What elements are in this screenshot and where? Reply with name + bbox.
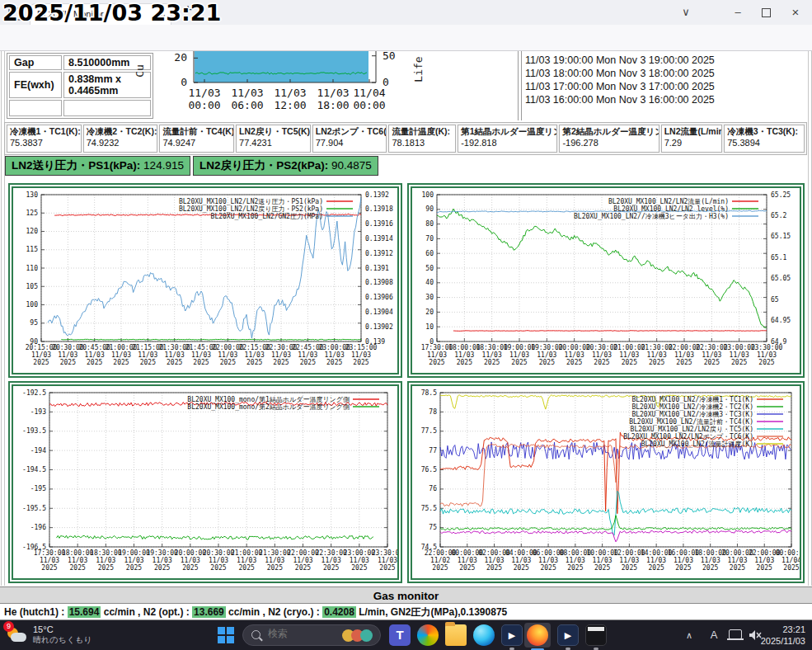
timestamp-entry: 11/03 19:00:00 Mon Nov 3 19:00:00 2025 [525,54,715,67]
start-button[interactable] [218,627,234,643]
svg-text:2025: 2025 [193,359,209,366]
ring-current-chart: 20050011/0300:0011/0306:0011/0312:0011/0… [132,51,470,120]
firefox-active-slot[interactable] [524,623,551,648]
svg-text:2025: 2025 [379,564,395,572]
taskbar-app-3-icon[interactable] [585,624,607,646]
svg-text:11/03: 11/03 [111,351,131,359]
svg-text:2025: 2025 [459,564,475,572]
svg-text:11/03: 11/03 [265,557,284,564]
svg-text:2025: 2025 [702,564,718,572]
svg-text:BL20XU_MX100_mono/第2結晶ホルダー温度リン: BL20XU_MX100_mono/第2結晶ホルダー温度リング側 [187,403,350,411]
svg-text:2025: 2025 [326,359,342,366]
svg-text:2025: 2025 [60,359,76,366]
svg-text:BL20XU_MX100_LN2/冷凍機3・TC3(K): BL20XU_MX100_LN2/冷凍機3・TC3(K) [631,411,753,418]
window-restore-button[interactable] [752,0,780,25]
svg-text:20: 20 [425,309,434,316]
gap-label: Gap [9,55,62,70]
search-highlight-icons[interactable] [342,629,375,643]
svg-text:11/03: 11/03 [325,351,345,359]
svg-text:125: 125 [26,210,39,217]
weather-widget[interactable]: 9 15°C 晴れのちくもり [5,623,92,646]
tray-chevron-icon[interactable]: ∧ [681,620,697,650]
svg-text:80: 80 [425,220,434,228]
svg-text:0.13912: 0.13912 [365,250,393,257]
svg-text:2025: 2025 [295,564,311,572]
taskbar-clock[interactable]: 23:21 2025/11/03 [761,624,805,647]
taskbar-search[interactable] [242,624,381,646]
svg-text:2025: 2025 [566,359,582,366]
svg-text:65.05: 65.05 [771,275,791,282]
sensor-readout-row: 冷凍機1・TC1(K):75.3837 冷凍機2・TC2(K):74.9232 … [4,122,807,155]
svg-text:22:30:00: 22:30:00 [315,549,347,557]
svg-text:75: 75 [429,524,437,531]
sensor-cell: 流量計前・TC4(K):74.9247 [159,125,234,153]
edge-browser-icon[interactable] [473,624,495,646]
gas-he-label: He (hutch1) : [4,606,68,618]
svg-text:11/03: 11/03 [322,557,341,564]
copilot-icon[interactable] [417,624,439,646]
ime-indicator[interactable]: A [706,620,722,650]
svg-text:11/04: 11/04 [353,87,385,99]
sensor-cell: 冷凍機2・TC2(K):74.9232 [83,125,158,153]
svg-text:BL20XU_MX100_LN2/流量計温度(K): BL20XU_MX100_LN2/流量計温度(K) [641,440,753,448]
svg-text:65.25: 65.25 [771,191,791,199]
svg-text:76.5: 76.5 [421,466,437,473]
svg-text:0: 0 [181,76,187,88]
svg-text:11/03: 11/03 [484,557,504,564]
svg-text:00:00: 00:00 [353,99,385,111]
svg-text:BL20XU_MX100_LN2/LN2戻り・TC5(K): BL20XU_MX100_LN2/LN2戻り・TC5(K) [631,426,753,433]
timestamp-entry: 11/03 17:00:00 Mon Nov 3 17:00:00 2025 [525,80,715,93]
svg-text:2025: 2025 [594,564,610,572]
svg-text:19:00:00: 19:00:00 [118,549,150,557]
svg-text:11/03: 11/03 [619,351,639,359]
gas-n2cryo-value: 0.4208 [322,606,356,618]
tab-overflow-chevron-icon[interactable]: ∨ [672,0,700,25]
svg-text:2025: 2025 [730,564,745,572]
window-minimize-button[interactable]: – [724,0,752,25]
weather-desc: 晴れのちくもり [33,635,92,645]
svg-text:0.1392: 0.1392 [365,191,389,199]
svg-text:11/03: 11/03 [647,351,667,359]
taskbar-app-1-icon[interactable]: ▶ [501,624,523,646]
teams-icon[interactable]: T [389,624,411,646]
running-indicator [566,648,570,650]
search-icon [251,630,260,639]
svg-text:18:00:00: 18:00:00 [62,549,94,557]
gas-monitor-title: Gas monitor [0,586,812,604]
svg-text:11/03: 11/03 [619,557,639,564]
volume-muted-icon[interactable] [749,620,762,650]
taskbar-app-2-icon[interactable]: ▶ [557,624,579,646]
svg-text:BL20XU_MX100_LN2/流量計前・TC4(K): BL20XU_MX100_LN2/流量計前・TC4(K) [629,418,753,426]
window-close-button[interactable]: × [781,0,810,25]
display-icon[interactable] [729,620,742,650]
svg-text:75.5: 75.5 [421,505,437,512]
svg-text:2025: 2025 [70,564,86,572]
file-explorer-icon[interactable] [445,624,467,646]
svg-text:18:30:00: 18:30:00 [90,549,122,557]
running-indicator [594,648,598,650]
svg-text:-195.5: -195.5 [22,505,46,512]
clock-date: 2025/11/03 [761,635,805,647]
svg-text:2025: 2025 [567,564,583,572]
sensor-cell: 第2結晶ホルダー温度リング側:-196.278 [559,125,659,153]
svg-text:2025: 2025 [540,564,556,572]
firefox-icon [527,624,548,646]
svg-text:BL20XU_MX100_LN2//冷凍機3ヒータ出力・H3: BL20XU_MX100_LN2//冷凍機3ヒータ出力・H3(%) [574,213,729,220]
svg-text:BL20XU_MX100_LN2/LN2流量(L/min): BL20XU_MX100_LN2/LN2流量(L/min) [608,198,729,205]
search-input[interactable] [266,627,336,640]
browser-nav-bar: ← → ↻ ⌂ www-bl20.spring8.or.jp/bl20xu/st… [0,25,812,51]
svg-text:11/03: 11/03 [218,351,237,359]
svg-text:11/03: 11/03 [209,557,228,564]
svg-text:2025: 2025 [353,359,368,366]
svg-text:21:00:00: 21:00:00 [231,549,263,557]
fe-label: FE(wxh) [9,72,62,98]
svg-text:100: 100 [422,191,434,199]
ln2-pressure-chart: 20:15:0011/03202520:30:0011/03202520:45:… [8,183,402,378]
gas-he-value: 15.694 [68,606,101,618]
svg-text:50: 50 [425,265,434,272]
svg-text:11/03: 11/03 [730,351,749,359]
svg-text:40: 40 [425,279,434,286]
gas-n2opt-label: N2 (opt.) : [143,606,192,618]
svg-text:65.2: 65.2 [771,212,786,219]
svg-text:2025: 2025 [649,564,664,572]
